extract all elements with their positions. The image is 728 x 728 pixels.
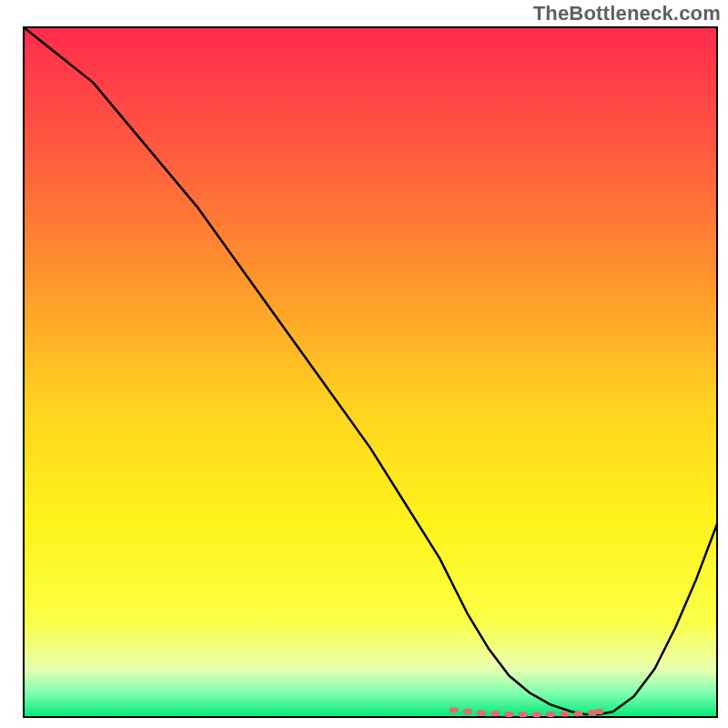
flat-zone-marker: [490, 711, 500, 716]
flat-zone-marker: [477, 710, 486, 715]
flat-zone-marker: [519, 712, 528, 717]
flat-zone-marker: [532, 712, 541, 717]
flat-zone-marker: [463, 709, 472, 714]
flat-zone-marker: [574, 711, 583, 716]
flat-zone-marker: [594, 709, 603, 714]
chart-stage: TheBottleneck.com: [0, 0, 728, 728]
watermark-text: TheBottleneck.com: [533, 2, 721, 25]
plot-background: [24, 27, 717, 717]
flat-zone-marker: [449, 707, 458, 713]
chart-svg: [0, 0, 728, 728]
flat-zone-marker: [546, 712, 555, 717]
flat-zone-marker: [560, 712, 569, 717]
flat-zone-marker: [504, 712, 513, 717]
